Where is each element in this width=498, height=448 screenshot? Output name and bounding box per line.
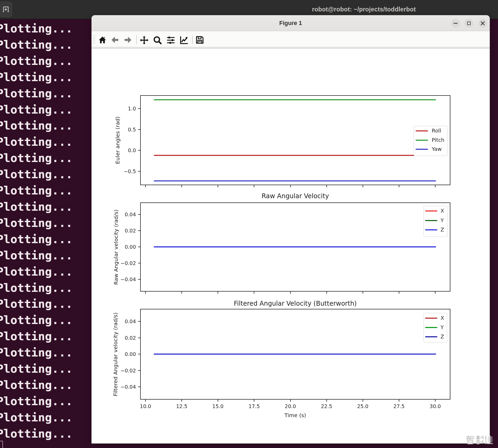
new-tab-icon: [3, 5, 9, 14]
customize-plot-icon: [179, 35, 189, 45]
figure-canvas[interactable]: [92, 49, 490, 443]
figure-window: Figure 1: [92, 15, 490, 443]
toolbar-separator: [136, 35, 137, 44]
toolbar-separator: [192, 35, 193, 44]
forward-arrow-icon: [123, 35, 132, 44]
subplots-sliders-icon: [166, 35, 176, 45]
home-button[interactable]: [98, 35, 107, 44]
minimize-button[interactable]: [451, 19, 460, 28]
save-button[interactable]: [195, 35, 204, 44]
subplots-button[interactable]: [166, 35, 175, 44]
minimize-icon: [454, 23, 458, 24]
forward-button[interactable]: [123, 35, 132, 44]
save-icon: [195, 35, 204, 44]
figure-toolbar: [92, 31, 490, 49]
figure-window-title: Figure 1: [279, 20, 302, 27]
pan-icon: [139, 35, 149, 45]
terminal-window-title: robot@robot: ~/projects/toddlerbot: [312, 6, 416, 13]
watermark: [466, 435, 493, 444]
maximize-button[interactable]: [464, 19, 473, 28]
zoom-icon: [153, 35, 162, 45]
toolbar-drag-handle[interactable]: [92, 35, 96, 44]
close-button[interactable]: [478, 19, 487, 28]
terminal-output: Plotting... Plotting... Plotting... Plot…: [0, 20, 73, 442]
customize-button[interactable]: [179, 35, 188, 44]
new-tab-button[interactable]: [0, 2, 12, 17]
zoom-button[interactable]: [153, 35, 162, 44]
terminal-cursor: [0, 441, 3, 448]
close-icon: [479, 20, 486, 27]
pan-button[interactable]: [139, 35, 148, 44]
figure-titlebar[interactable]: Figure 1: [92, 15, 490, 31]
home-icon: [98, 35, 107, 44]
back-arrow-icon: [110, 35, 119, 44]
maximize-icon: [467, 22, 471, 25]
back-button[interactable]: [110, 35, 119, 44]
